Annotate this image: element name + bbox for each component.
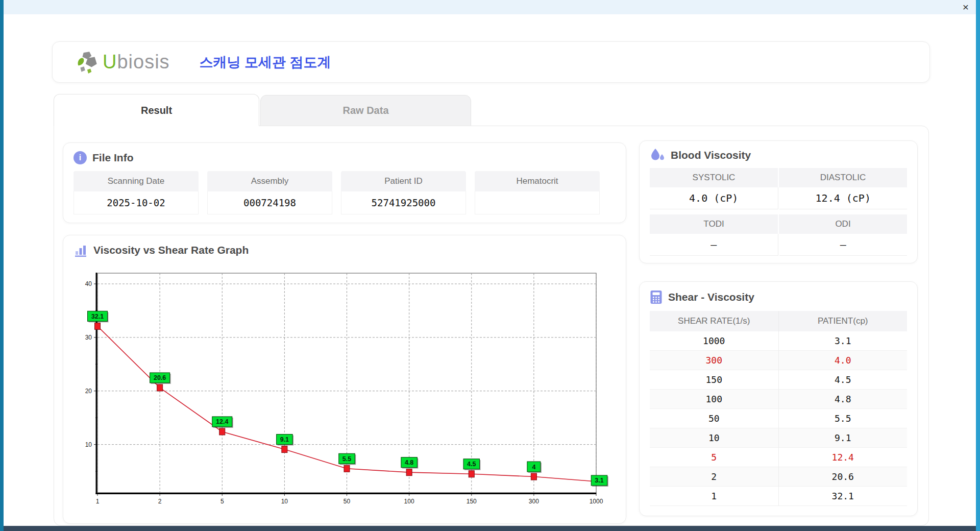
app-window: × Ubiosis 스캐닝 모세관 점도계 Result Raw Data xyxy=(0,0,980,531)
table-row: 512.4 xyxy=(650,448,907,467)
chart-point-marker xyxy=(219,428,225,435)
file-info-fields: Scanning Date2025-10-02Assembly000724198… xyxy=(74,171,616,214)
svg-text:1: 1 xyxy=(96,498,100,505)
svg-text:10: 10 xyxy=(281,498,288,505)
shear-rate-cell: 100 xyxy=(650,390,779,409)
shear-viscosity-table: SHEAR RATE(1/s)PATIENT(cp)10003.13004.01… xyxy=(650,311,907,506)
patient-viscosity-cell: 9.1 xyxy=(779,428,908,448)
svg-text:100: 100 xyxy=(404,498,414,505)
chart-point-marker xyxy=(531,473,536,480)
window-right-edge xyxy=(976,0,980,531)
ubiosis-logo-mark-icon xyxy=(76,51,101,74)
field-label: Assembly xyxy=(207,171,332,191)
file-info-field: Scanning Date2025-10-02 xyxy=(74,171,199,214)
svg-text:5.5: 5.5 xyxy=(342,455,351,463)
patient-viscosity-cell: 32.1 xyxy=(779,487,908,506)
svg-text:4.8: 4.8 xyxy=(405,459,413,466)
ubiosis-logo: Ubiosis xyxy=(76,51,170,74)
bv-spacer xyxy=(650,209,907,214)
file-info-card: i File Info Scanning Date2025-10-02Assem… xyxy=(63,142,626,223)
field-value: 52741925000 xyxy=(341,191,466,214)
patient-viscosity-cell: 5.5 xyxy=(779,409,908,428)
svg-text:12.4: 12.4 xyxy=(216,418,228,425)
table-row: 3004.0 xyxy=(650,351,907,370)
bv-header-cell: DIASTOLIC xyxy=(779,168,907,187)
window-left-edge xyxy=(0,0,4,531)
window-titlebar: × xyxy=(4,0,976,14)
patient-viscosity-cell: 4.0 xyxy=(779,351,908,370)
table-row: 132.1 xyxy=(650,487,907,506)
patient-viscosity-cell: 12.4 xyxy=(779,448,908,467)
patient-viscosity-cell: 4.8 xyxy=(779,390,908,409)
chart-point-marker xyxy=(157,384,163,391)
tab-raw-data[interactable]: Raw Data xyxy=(260,95,471,126)
blood-viscosity-title: Blood Viscosity xyxy=(671,149,751,162)
bv-value-row: 4.0 (cP)12.4 (cP) xyxy=(650,187,907,209)
graph-title-row: Viscosity vs Shear Rate Graph xyxy=(75,244,620,257)
blood-viscosity-grid: SYSTOLICDIASTOLIC4.0 (cP)12.4 (cP)TODIOD… xyxy=(650,168,907,256)
bv-value-row: –– xyxy=(650,234,907,256)
bv-header-cell: TODI xyxy=(650,214,778,234)
info-circle-icon: i xyxy=(74,151,87,164)
bv-value-cell: – xyxy=(650,234,778,256)
app-header: Ubiosis 스캐닝 모세관 점도계 xyxy=(52,41,930,83)
bar-chart-icon xyxy=(75,244,88,257)
bv-value-cell: – xyxy=(779,234,908,256)
patient-viscosity-cell: 3.1 xyxy=(779,331,908,351)
table-row: 1004.8 xyxy=(650,390,907,409)
svg-text:9.1: 9.1 xyxy=(280,436,289,443)
patient-viscosity-cell: 4.5 xyxy=(779,370,908,390)
svg-text:10: 10 xyxy=(85,441,92,448)
file-info-title-row: i File Info xyxy=(74,151,616,164)
y-axis: 10203040 xyxy=(85,280,97,471)
blood-viscosity-card: Blood Viscosity SYSTOLICDIASTOLIC4.0 (cP… xyxy=(639,140,918,263)
chart-point-marker xyxy=(344,465,350,472)
chart-point-marker xyxy=(282,446,287,453)
shear-rate-cell: 1 xyxy=(650,487,779,506)
field-label: Patient ID xyxy=(341,171,466,191)
table-row: 10003.1 xyxy=(650,331,907,351)
window-bottom-bar xyxy=(4,526,976,531)
close-icon[interactable]: × xyxy=(963,1,969,13)
chart-point-marker xyxy=(95,323,101,329)
table-header-cell: SHEAR RATE(1/s) xyxy=(650,311,779,331)
field-value xyxy=(475,191,600,214)
main-area: Ubiosis 스캐닝 모세관 점도계 Result Raw Data i Fi… xyxy=(4,14,976,526)
svg-text:50: 50 xyxy=(344,498,351,505)
shear-rate-cell: 2 xyxy=(650,467,779,487)
patient-viscosity-cell: 20.6 xyxy=(779,467,908,487)
field-value: 000724198 xyxy=(207,191,332,214)
svg-text:40: 40 xyxy=(85,280,92,287)
field-label: Hematocrit xyxy=(475,171,600,191)
table-header-cell: PATIENT(cp) xyxy=(779,311,908,331)
svg-text:4: 4 xyxy=(532,464,535,471)
graph-card: Viscosity vs Shear Rate Graph 1020304012… xyxy=(63,235,626,524)
svg-text:4.5: 4.5 xyxy=(467,461,476,468)
table-row: 220.6 xyxy=(650,467,907,487)
table-row: 1504.5 xyxy=(650,370,907,390)
brand-letter-u: U xyxy=(103,51,117,73)
bv-value-cell: 4.0 (cP) xyxy=(650,187,778,209)
tab-result[interactable]: Result xyxy=(54,94,259,126)
shear-viscosity-card: Shear - Viscosity SHEAR RATE(1/s)PATIENT… xyxy=(639,281,918,516)
droplets-icon xyxy=(650,148,665,162)
bv-header-cell: SYSTOLIC xyxy=(650,168,778,187)
shear-rate-cell: 5 xyxy=(650,448,779,467)
shear-rate-cell: 150 xyxy=(650,370,779,390)
shear-rate-cell: 10 xyxy=(650,428,779,448)
svg-text:5: 5 xyxy=(220,498,224,505)
svg-text:32.1: 32.1 xyxy=(91,313,104,320)
field-label: Scanning Date xyxy=(74,171,199,191)
svg-text:2: 2 xyxy=(158,498,162,505)
bv-header-cell: ODI xyxy=(779,214,907,234)
svg-text:30: 30 xyxy=(85,334,92,341)
result-panel: i File Info Scanning Date2025-10-02Assem… xyxy=(54,126,929,526)
svg-text:20.6: 20.6 xyxy=(154,374,166,381)
file-info-field: Patient ID52741925000 xyxy=(341,171,466,214)
chart-point-marker xyxy=(406,469,412,476)
chart-point-marker xyxy=(469,471,474,477)
bv-header-row: TODIODI xyxy=(650,214,907,234)
svg-text:300: 300 xyxy=(529,498,539,505)
file-info-field: Assembly000724198 xyxy=(207,171,332,214)
file-info-title: File Info xyxy=(92,151,134,164)
